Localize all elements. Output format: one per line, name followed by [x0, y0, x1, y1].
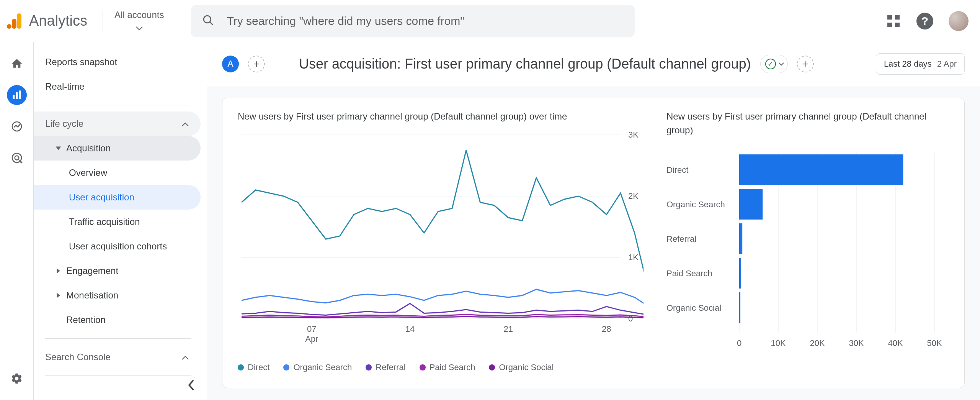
legend-label: Organic Social: [499, 362, 554, 372]
nav-section-search-console[interactable]: Search Console: [34, 345, 201, 369]
caret-down-icon: [778, 62, 784, 66]
svg-text:50K: 50K: [927, 338, 942, 348]
account-switcher[interactable]: All accounts: [103, 10, 164, 33]
analytics-logo-icon: [7, 13, 22, 30]
nav-acquisition[interactable]: Acquisition: [34, 136, 201, 161]
legend-item[interactable]: Organic Search: [283, 362, 352, 372]
triangle-right-icon: [57, 268, 60, 274]
svg-text:40K: 40K: [888, 338, 903, 348]
svg-rect-9: [13, 95, 15, 99]
svg-rect-0: [17, 13, 21, 29]
help-icon[interactable]: ?: [916, 13, 933, 30]
svg-text:21: 21: [503, 324, 513, 334]
header-icons: ?: [886, 11, 969, 31]
legend-dot-icon: [420, 364, 426, 370]
brand: Analytics: [7, 13, 87, 30]
top-header: Analytics All accounts ?: [0, 0, 980, 42]
nav-label: Engagement: [66, 266, 118, 276]
caret-down-icon: [136, 22, 143, 33]
legend-item[interactable]: Direct: [238, 362, 270, 372]
line-chart-block: New users by First user primary channel …: [238, 110, 644, 372]
date-range: 2 Apr: [937, 59, 957, 69]
divider: [45, 105, 191, 105]
nav-panel: Reports snapshot Real-time Life cycle Ac…: [34, 42, 207, 400]
check-circle-icon: ✓: [765, 59, 776, 69]
rail-explore-icon[interactable]: [7, 116, 27, 136]
user-avatar[interactable]: [949, 11, 969, 31]
legend-item[interactable]: Paid Search: [420, 362, 475, 372]
content-area: A + User acquisition: First user primary…: [207, 42, 980, 400]
date-range-picker[interactable]: Last 28 days 2 Apr: [876, 53, 965, 75]
line-chart-legend: DirectOrganic SearchReferralPaid SearchO…: [238, 362, 644, 372]
nav-label: Monetisation: [66, 290, 118, 301]
legend-item[interactable]: Organic Social: [489, 362, 554, 372]
svg-text:07: 07: [307, 324, 316, 334]
nav-realtime[interactable]: Real-time: [34, 74, 201, 99]
svg-rect-8: [895, 23, 900, 27]
svg-text:28: 28: [602, 324, 611, 334]
chevron-up-icon: [181, 352, 189, 362]
nav-retention[interactable]: Retention: [34, 308, 201, 332]
svg-text:10K: 10K: [771, 338, 786, 348]
legend-dot-icon: [283, 364, 289, 370]
rail-reports-icon[interactable]: [7, 85, 27, 105]
nav-user-acquisition[interactable]: User acquisition: [34, 185, 201, 210]
svg-text:14: 14: [405, 324, 415, 334]
page-title: User acquisition: First user primary cha…: [299, 56, 751, 72]
svg-text:2K: 2K: [628, 191, 639, 201]
rail-settings-icon[interactable]: [7, 369, 27, 389]
legend-label: Referral: [376, 362, 405, 372]
legend-dot-icon: [238, 364, 244, 370]
content-header: A + User acquisition: First user primary…: [207, 42, 980, 86]
svg-text:0: 0: [737, 338, 742, 348]
bar-chart-title: New users by First user primary channel …: [666, 110, 949, 137]
svg-text:Apr: Apr: [305, 334, 318, 344]
divider: [45, 375, 191, 376]
nav-monetisation[interactable]: Monetisation: [34, 283, 201, 308]
report-status-pill[interactable]: ✓: [760, 55, 788, 73]
nav-user-acq-cohorts[interactable]: User acquisition cohorts: [34, 234, 201, 259]
separator: [282, 54, 282, 74]
legend-item[interactable]: Referral: [366, 362, 405, 372]
account-switcher-label: All accounts: [114, 10, 164, 20]
nav-overview[interactable]: Overview: [34, 161, 201, 185]
rail-home-icon[interactable]: [7, 54, 27, 74]
svg-point-2: [7, 24, 11, 29]
collapse-nav-icon[interactable]: [187, 379, 195, 392]
nav-label: Retention: [66, 315, 106, 325]
search-input[interactable]: [226, 14, 623, 28]
svg-text:1K: 1K: [628, 252, 639, 262]
nav-label: Acquisition: [66, 143, 111, 154]
add-comparison-button[interactable]: +: [797, 56, 814, 72]
svg-text:Referral: Referral: [666, 234, 696, 244]
nav-reports-snapshot[interactable]: Reports snapshot: [34, 50, 201, 74]
nav-engagement[interactable]: Engagement: [34, 259, 201, 283]
svg-rect-45: [739, 223, 742, 254]
segment-avatar[interactable]: A: [222, 56, 239, 72]
bar-chart: 010K20K30K40K50KDirectOrganic SearchRefe…: [666, 145, 949, 369]
search-icon: [202, 14, 214, 28]
legend-label: Paid Search: [430, 362, 475, 372]
svg-text:20K: 20K: [810, 338, 825, 348]
svg-text:30K: 30K: [849, 338, 864, 348]
apps-grid-icon[interactable]: [886, 13, 901, 29]
line-chart: 01K2K3K07142128Apr: [238, 131, 644, 351]
search-bar[interactable]: [191, 5, 635, 37]
rail-advertising-icon[interactable]: [7, 148, 27, 168]
chart-card: New users by First user primary channel …: [222, 98, 965, 388]
triangle-down-icon: [56, 147, 61, 150]
nav-traffic-acquisition[interactable]: Traffic acquisition: [34, 210, 201, 234]
svg-rect-6: [895, 15, 900, 20]
svg-rect-43: [739, 189, 763, 220]
nav-section-label: Life cycle: [45, 118, 83, 129]
left-rail: [0, 42, 34, 400]
svg-point-3: [204, 16, 211, 23]
svg-rect-49: [739, 292, 740, 323]
nav-section-life-cycle[interactable]: Life cycle: [34, 111, 201, 136]
line-chart-title: New users by First user primary channel …: [238, 110, 644, 123]
svg-text:3K: 3K: [628, 131, 639, 139]
add-segment-button[interactable]: +: [248, 56, 265, 72]
svg-text:Organic Social: Organic Social: [666, 303, 721, 313]
brand-name: Analytics: [29, 13, 87, 29]
svg-point-14: [15, 156, 19, 160]
